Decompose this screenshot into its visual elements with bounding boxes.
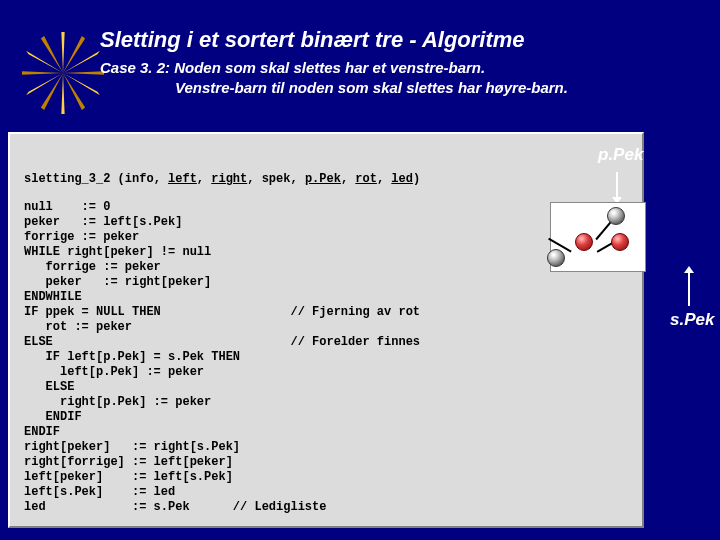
slide-subtitle: Case 3. 2: Noden som skal slettes har et… [100, 58, 568, 97]
function-signature: sletting_3_2 (info, left, right, spek, p… [24, 172, 628, 186]
subtitle-line1: Case 3. 2: Noden som skal slettes har et… [100, 59, 485, 76]
svg-marker-7 [41, 73, 63, 110]
subtitle-line2: Venstre-barn til noden som skal slettes … [175, 79, 568, 96]
starburst-icon [22, 32, 104, 114]
svg-marker-11 [41, 36, 63, 73]
arrow-spek [688, 272, 690, 306]
tree-node-parent [607, 207, 625, 225]
tree-node-delete-left [575, 233, 593, 251]
tree-node-delete-right [611, 233, 629, 251]
svg-marker-1 [63, 36, 85, 73]
svg-marker-3 [63, 71, 104, 74]
pseudocode-block: null := 0 peker := left[s.Pek] forrige :… [24, 200, 628, 515]
svg-marker-9 [22, 71, 63, 74]
tree-diagram [550, 202, 646, 272]
svg-marker-0 [61, 32, 64, 73]
code-panel: sletting_3_2 (info, left, right, spek, p… [8, 132, 644, 528]
svg-marker-4 [63, 73, 100, 95]
tree-node-child [547, 249, 565, 267]
label-ppek: p.Pek [598, 145, 643, 165]
svg-marker-10 [26, 51, 63, 73]
slide-title: Sletting i et sortert binært tre - Algor… [100, 27, 525, 53]
label-spek: s.Pek [670, 310, 714, 330]
arrow-ppek [616, 172, 618, 198]
svg-marker-5 [63, 73, 85, 110]
svg-marker-8 [26, 73, 63, 95]
svg-marker-6 [61, 73, 64, 114]
svg-marker-2 [63, 51, 100, 73]
